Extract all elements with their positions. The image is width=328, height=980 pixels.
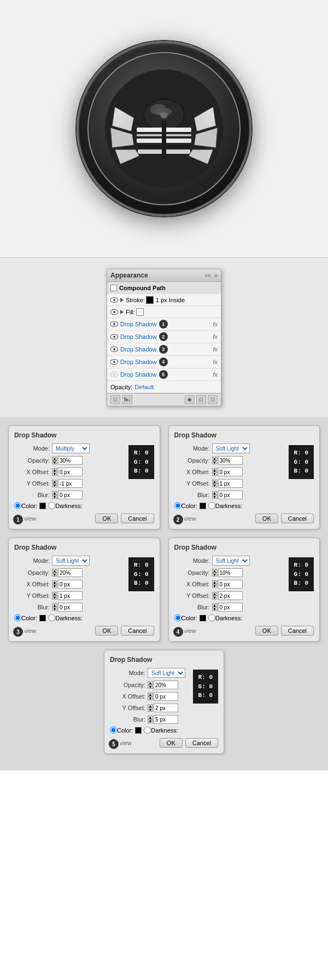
dialog-4-color-radio[interactable] (174, 614, 181, 621)
delete-btn[interactable]: ⊗ (185, 395, 195, 404)
ds1-visibility-icon[interactable] (110, 321, 118, 327)
dialog-3-opacity-input[interactable] (58, 568, 83, 577)
dialog-5-xoffset-input[interactable] (154, 692, 178, 701)
dialog-2-yoffset-down[interactable]: ▼ (212, 483, 218, 487)
dialog-3-blur-down[interactable]: ▼ (52, 607, 57, 611)
dialog-4-cancel-btn[interactable]: Cancel (281, 626, 314, 636)
dialog-4-blur-input[interactable] (218, 603, 243, 612)
dialog-2-xoffset-down[interactable]: ▼ (212, 472, 218, 476)
dialog-3-mode-select[interactable]: Multiply Soft Light (52, 556, 90, 566)
dialog-5-xoffset-up[interactable]: ▲ (148, 693, 153, 696)
dialog-5-blur-down[interactable]: ▼ (148, 719, 153, 723)
drop-shadow-link-4[interactable]: Drop Shadow (120, 359, 157, 365)
dialog-5-xoffset-down[interactable]: ▼ (148, 696, 153, 700)
dialog-4-opacity-input[interactable] (218, 568, 243, 577)
dialog-1-yoffset-down[interactable]: ▼ (52, 483, 57, 487)
dialog-1-mode-select[interactable]: Multiply Soft Light (52, 443, 90, 453)
dialog-1-blur-input[interactable] (58, 491, 83, 499)
dialog-1-xoffset-down[interactable]: ▼ (52, 472, 57, 476)
ds2-visibility-icon[interactable] (110, 334, 118, 339)
opacity-value[interactable]: Default (134, 384, 154, 390)
dialog-5-mode-select[interactable]: Multiply Soft Light (148, 668, 185, 678)
dialog-5-yoffset-input[interactable] (154, 704, 178, 712)
dialog-3-xoffset-input[interactable] (58, 580, 83, 589)
dialog-1-ok-btn[interactable]: OK (95, 514, 118, 523)
fill-color-swatch[interactable] (136, 308, 144, 316)
dialog-3-xoffset-down[interactable]: ▼ (52, 584, 57, 588)
stroke-color-swatch[interactable] (146, 296, 154, 304)
dialog-2-opacity-down[interactable]: ▼ (212, 460, 218, 464)
dialog-2-xoffset-up[interactable]: ▲ (212, 468, 218, 472)
dialog-1-opacity-up[interactable]: ▲ (52, 457, 57, 460)
drop-shadow-link-5[interactable]: Drop Shadow (120, 371, 157, 378)
dialog-4-opacity-up[interactable]: ▲ (212, 569, 218, 573)
dialog-5-darkness-radio[interactable] (144, 727, 151, 734)
dialog-5-blur-up[interactable]: ▲ (148, 716, 153, 719)
dialog-2-blur-input[interactable] (218, 491, 243, 499)
dialog-2-blur-up[interactable]: ▲ (212, 491, 218, 495)
dialog-4-yoffset-up[interactable]: ▲ (212, 592, 218, 596)
dialog-1-xoffset-input[interactable] (58, 468, 83, 476)
dialog-3-darkness-radio[interactable] (48, 614, 55, 621)
dialog-5-opacity-down[interactable]: ▼ (148, 685, 153, 689)
dialog-5-ok-btn[interactable]: OK (160, 738, 183, 748)
dialog-2-color-radio[interactable] (174, 502, 181, 509)
dialog-4-opacity-down[interactable]: ▼ (212, 573, 218, 577)
dialog-3-xoffset-up[interactable]: ▲ (52, 580, 57, 584)
dialog-1-blur-down[interactable]: ▼ (52, 495, 57, 499)
dialog-3-blur-input[interactable] (58, 603, 83, 612)
dialog-3-cancel-btn[interactable]: Cancel (121, 626, 154, 636)
dialog-2-cancel-btn[interactable]: Cancel (281, 514, 314, 523)
dialog-1-color-radio[interactable] (14, 502, 21, 509)
dialog-5-opacity-input[interactable] (154, 681, 178, 689)
dialog-2-mode-select[interactable]: Multiply Soft Light (212, 443, 250, 453)
ds5-visibility-icon[interactable] (110, 372, 118, 377)
dialog-5-opacity-up[interactable]: ▲ (148, 681, 153, 685)
dialog-4-darkness-radio[interactable] (208, 614, 215, 621)
dialog-4-blur-down[interactable]: ▼ (212, 607, 218, 611)
dialog-4-xoffset-input[interactable] (218, 580, 243, 589)
dialog-5-color-radio[interactable] (110, 727, 117, 734)
dialog-1-darkness-radio[interactable] (48, 502, 55, 509)
dialog-4-yoffset-input[interactable] (218, 591, 243, 600)
dialog-1-blur-up[interactable]: ▲ (52, 491, 57, 495)
fill-expand-arrow[interactable] (120, 310, 124, 314)
dialog-5-cancel-btn[interactable]: Cancel (185, 738, 218, 748)
dialog-4-color-swatch[interactable] (200, 615, 206, 621)
dialog-4-blur-up[interactable]: ▲ (212, 603, 218, 607)
drop-shadow-link-3[interactable]: Drop Shadow (120, 346, 157, 353)
dialog-3-yoffset-input[interactable] (58, 591, 83, 600)
dialog-1-xoffset-up[interactable]: ▲ (52, 468, 57, 472)
dialog-4-xoffset-up[interactable]: ▲ (212, 580, 218, 584)
dialog-1-cancel-btn[interactable]: Cancel (121, 514, 154, 523)
dialog-4-yoffset-down[interactable]: ▼ (212, 596, 218, 599)
drop-shadow-link-2[interactable]: Drop Shadow (120, 333, 157, 340)
dialog-3-color-radio[interactable] (14, 614, 21, 621)
dialog-4-xoffset-down[interactable]: ▼ (212, 584, 218, 588)
dialog-5-blur-input[interactable] (154, 715, 178, 724)
dialog-2-opacity-input[interactable] (218, 456, 243, 465)
dialog-2-xoffset-input[interactable] (218, 468, 243, 476)
dialog-3-yoffset-up[interactable]: ▲ (52, 592, 57, 596)
dialog-5-yoffset-down[interactable]: ▼ (148, 708, 153, 712)
menu-icon[interactable]: ≡ (214, 273, 218, 279)
dialog-2-color-swatch[interactable] (200, 503, 206, 509)
stroke-visibility-icon[interactable] (110, 297, 118, 303)
dialog-1-opacity-down[interactable]: ▼ (52, 460, 57, 464)
dialog-3-color-swatch[interactable] (39, 615, 46, 621)
dialog-1-opacity-input[interactable] (58, 456, 83, 465)
dialog-2-blur-down[interactable]: ▼ (212, 495, 218, 499)
dialog-4-mode-select[interactable]: Multiply Soft Light (212, 556, 250, 566)
drop-shadow-link-1[interactable]: Drop Shadow (120, 321, 157, 327)
new-item-btn[interactable]: □ (110, 395, 120, 404)
dialog-3-yoffset-down[interactable]: ▼ (52, 596, 57, 599)
dialog-2-yoffset-up[interactable]: ▲ (212, 480, 218, 483)
dialog-1-color-swatch[interactable] (39, 503, 46, 509)
dialog-5-color-swatch[interactable] (135, 727, 142, 734)
dialog-1-yoffset-up[interactable]: ▲ (52, 480, 57, 483)
compound-path-checkbox[interactable] (110, 285, 117, 291)
dialog-3-opacity-up[interactable]: ▲ (52, 569, 57, 573)
fx-btn[interactable]: fx↓ (122, 395, 132, 404)
dialog-2-darkness-radio[interactable] (208, 502, 215, 509)
dialog-2-ok-btn[interactable]: OK (255, 514, 278, 523)
